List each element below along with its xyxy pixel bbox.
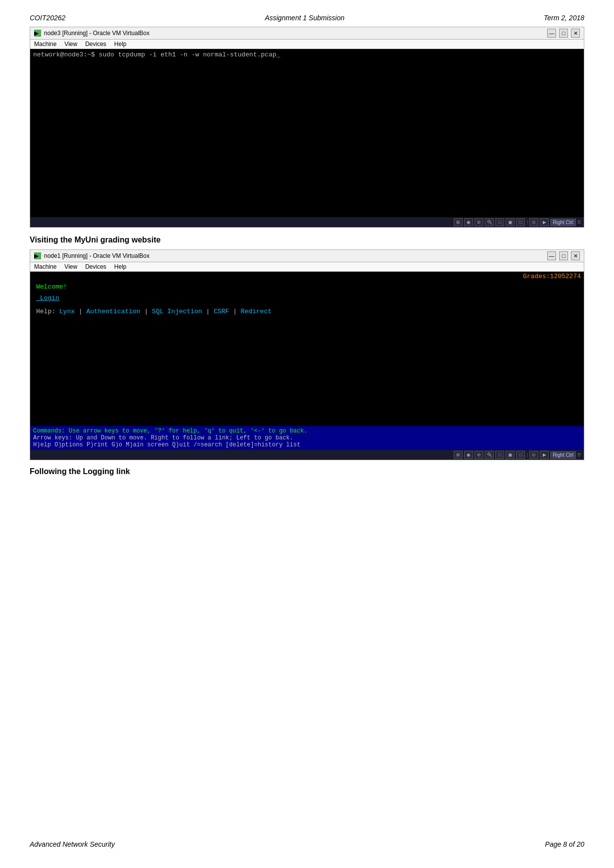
status-icon-7: □ (516, 218, 525, 226)
header-right: Term 2, 2018 (544, 14, 584, 22)
vm-menubar-2[interactable]: Machine View Devices Help (30, 262, 584, 272)
terminal-statusbar-2: ⊞ ◉ ⊘ 🔌 □ ▣ □ | ⊙ ▶ Right Ctrl ⠿ (30, 450, 584, 460)
help-link-authentication[interactable]: Authentication (86, 308, 140, 315)
vm-titlebar-2: ▶ node1 [Running] - Oracle VM VirtualBox… (30, 250, 584, 262)
lynx-grades: Grades:12052274 (523, 273, 581, 280)
menu-devices-2[interactable]: Devices (85, 263, 106, 270)
status-icon-1: ⊞ (454, 218, 463, 226)
vm-title-2: node1 [Running] - Oracle VM VirtualBox (44, 252, 149, 259)
lynx-help-links: Lynx | Authentication | SQL Injection | … (59, 308, 272, 315)
lynx-cmdbar: Commands: Use arrow keys to move, '?' fo… (30, 426, 584, 450)
maximize-button-1[interactable]: □ (559, 29, 568, 38)
separator-1: | (79, 308, 87, 315)
help-link-csrf[interactable]: CSRF (214, 308, 229, 315)
status-icon-3: ⊘ (474, 218, 483, 226)
lynx-cmdbar-line1: Commands: Use arrow keys to move, '?' fo… (33, 428, 581, 434)
menu-machine-1[interactable]: Machine (34, 41, 56, 48)
status-icon-6: ▣ (506, 218, 515, 226)
section-heading-1: Visiting the MyUni grading website (30, 236, 584, 244)
vm-titlebar-controls-2[interactable]: — □ ✕ (547, 251, 580, 260)
vm-title-1: node3 [Running] - Oracle VM VirtualBox (44, 30, 149, 37)
lynx-terminal: Grades:12052274 Welcome! _Login Help: Ly… (30, 272, 584, 450)
lynx-login-link[interactable]: _Login (36, 294, 578, 302)
help-label: Help: (36, 308, 59, 315)
page-header: COIT20262 Assignment 1 Submission Term 2… (0, 0, 614, 27)
terminal-cmd-1: network@node3:~$ sudo tcpdump -i eth1 -n… (33, 51, 581, 58)
status-icon-2-3: ⊘ (474, 451, 483, 459)
status-icons-1: ⊞ ◉ ⊘ 🔌 □ ▣ □ | ⊙ ▶ Right Ctrl ⠿ (454, 218, 581, 226)
menu-view-1[interactable]: View (64, 41, 77, 48)
header-left: COIT20262 (30, 14, 65, 22)
menu-devices-1[interactable]: Devices (85, 41, 106, 48)
status-icon-2-9: ▶ (540, 451, 549, 459)
close-button-2[interactable]: ✕ (571, 251, 580, 260)
status-icon-2-5: □ (495, 451, 504, 459)
menu-machine-2[interactable]: Machine (34, 263, 56, 270)
section-heading-2: Following the Logging link (30, 467, 584, 476)
vm-icon-1: ▶ (34, 30, 41, 37)
right-ctrl-2[interactable]: Right Ctrl (550, 451, 576, 459)
lynx-cmdbar-line2: Arrow keys: Up and Down to move. Right t… (33, 434, 581, 441)
help-link-sqlinjection[interactable]: SQL Injection (152, 308, 202, 315)
vm-icon-2: ▶ (34, 252, 41, 259)
terminal-statusbar-1: ⊞ ◉ ⊘ 🔌 □ ▣ □ | ⊙ ▶ Right Ctrl ⠿ (30, 217, 584, 227)
status-icon-2-2: ◉ (464, 451, 473, 459)
menu-view-2[interactable]: View (64, 263, 77, 270)
footer-right: Page 8 of 20 (545, 840, 584, 848)
menu-help-1[interactable]: Help (114, 41, 127, 48)
close-button-1[interactable]: ✕ (571, 29, 580, 38)
status-icon-9: ▶ (540, 218, 549, 226)
status-icon-2-8: ⊙ (529, 451, 538, 459)
status-icon-2-6: ▣ (506, 451, 515, 459)
maximize-button-2[interactable]: □ (559, 251, 568, 260)
status-icon-2: ◉ (464, 218, 473, 226)
page-footer: Advanced Network Security Page 8 of 20 (0, 830, 614, 858)
vm-titlebar-left-1: ▶ node3 [Running] - Oracle VM VirtualBox (34, 30, 149, 37)
vm-titlebar-left-2: ▶ node1 [Running] - Oracle VM VirtualBox (34, 252, 149, 259)
minimize-button-2[interactable]: — (547, 251, 556, 260)
help-link-lynx[interactable]: Lynx (59, 308, 75, 315)
lynx-help-line: Help: Lynx | Authentication | SQL Inject… (36, 308, 578, 315)
right-ctrl-1[interactable]: Right Ctrl (550, 219, 576, 226)
separator-4: | (233, 308, 241, 315)
help-link-redirect[interactable]: Redirect (241, 308, 272, 315)
vm-titlebar-1: ▶ node3 [Running] - Oracle VM VirtualBox… (30, 27, 584, 40)
status-icon-5: □ (495, 218, 504, 226)
lynx-top-bar: Grades:12052274 (30, 272, 584, 281)
status-icon-2-1: ⊞ (454, 451, 463, 459)
lynx-welcome: Welcome! (36, 283, 578, 290)
status-icon-2-4: 🔌 (485, 451, 494, 459)
main-content: ▶ node3 [Running] - Oracle VM VirtualBox… (0, 27, 614, 476)
status-icon-2-7: □ (516, 451, 525, 459)
separator-3: | (206, 308, 214, 315)
minimize-button-1[interactable]: — (547, 29, 556, 38)
menu-help-2[interactable]: Help (114, 263, 127, 270)
lynx-cmdbar-line3: H)elp O)ptions P)rint G)o M)ain screen Q… (33, 441, 581, 448)
vm-window-2: ▶ node1 [Running] - Oracle VM VirtualBox… (30, 249, 584, 460)
status-icon-8: ⊙ (529, 218, 538, 226)
vm-window-1: ▶ node3 [Running] - Oracle VM VirtualBox… (30, 27, 584, 228)
lynx-content: Welcome! _Login Help: Lynx | Authenticat… (30, 281, 584, 319)
status-icon-4: 🔌 (485, 218, 494, 226)
vm-titlebar-controls-1[interactable]: — □ ✕ (547, 29, 580, 38)
vm-menubar-1[interactable]: Machine View Devices Help (30, 40, 584, 49)
status-icons-2: ⊞ ◉ ⊘ 🔌 □ ▣ □ | ⊙ ▶ Right Ctrl ⠿ (454, 451, 581, 459)
terminal-1: network@node3:~$ sudo tcpdump -i eth1 -n… (30, 49, 584, 217)
separator-2: | (144, 308, 152, 315)
header-center: Assignment 1 Submission (265, 14, 344, 22)
footer-left: Advanced Network Security (30, 840, 115, 848)
